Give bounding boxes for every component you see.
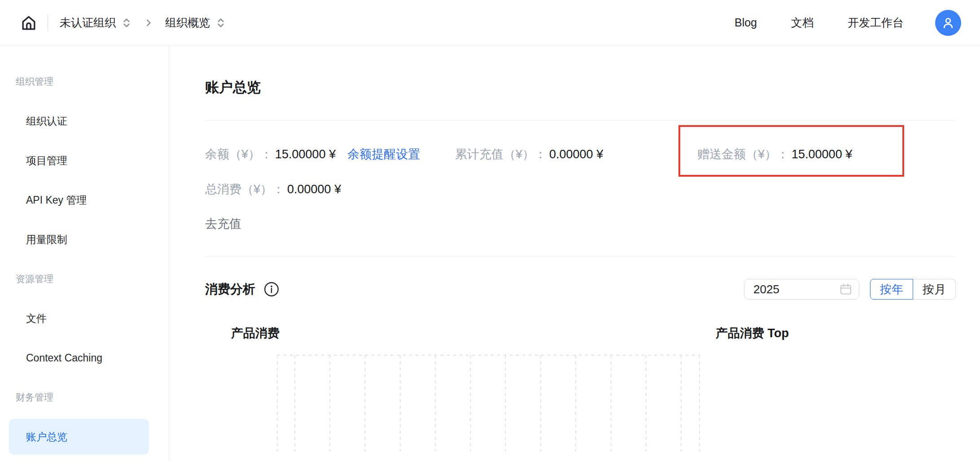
consumption-stat: 总消费（¥）： 0.00000 ¥ [205,180,341,198]
year-picker-input[interactable]: 2025 [744,279,859,300]
calendar-icon [839,283,853,296]
sidebar: 组织管理 组织认证 项目管理 API Key 管理 用量限制 资源管理 文件 C… [0,46,169,461]
sidebar-group-org: 组织管理 [0,75,53,88]
chevron-updown-icon [215,17,226,29]
sidebar-item-api-key[interactable]: API Key 管理 [0,193,169,207]
charts-section: 产品消费 产品消费 Top [205,320,956,432]
sidebar-item-project-mgmt[interactable]: 项目管理 [0,154,169,168]
balance-alert-settings-link[interactable]: 余额提醒设置 [347,146,420,162]
chevron-right-icon [144,18,153,28]
recharge-total-label: 累计充值（¥）： [455,146,547,162]
granularity-toggle: 按年 按月 [870,279,956,300]
info-icon [263,281,280,297]
nav-workbench[interactable]: 开发工作台 [848,15,904,30]
empty-chart-grid [277,355,700,452]
gift-amount-stat: 赠送金额（¥）： 15.00000 ¥ [697,145,852,163]
home-button[interactable] [18,12,39,34]
analysis-title: 消费分析 [205,281,255,298]
by-month-button[interactable]: 按月 [913,279,956,300]
user-icon [941,15,956,30]
account-stats: 余额（¥）： 15.00000 ¥ 余额提醒设置 累计充值（¥）： 0.0000… [205,121,956,257]
product-consumption-chart-title: 产品消费 [231,325,280,341]
balance-stat: 余额（¥）： 15.00000 ¥ 余额提醒设置 [205,145,420,163]
year-picker-value: 2025 [753,283,779,296]
page-selector-label: 组织概览 [165,15,210,30]
home-icon [19,13,39,33]
balance-label: 余额（¥）： [205,146,272,162]
analysis-header: 消费分析 2025 按年 按月 [205,279,956,300]
topbar-nav: Blog 文档 开发工作台 [735,15,904,30]
sidebar-group-resource: 资源管理 [0,273,53,285]
page-selector[interactable]: 组织概览 [165,15,226,30]
nav-blog[interactable]: Blog [735,16,757,29]
main-content: 账户总览 余额（¥）： 15.00000 ¥ 余额提醒设置 累计充值（¥）： 0… [169,46,980,461]
nav-docs[interactable]: 文档 [791,15,814,30]
sidebar-group-finance: 财务管理 [0,391,53,404]
by-year-button[interactable]: 按年 [870,279,913,300]
balance-value: 15.00000 ¥ [275,148,336,161]
topbar-divider [48,15,48,31]
sidebar-item-org-cert[interactable]: 组织认证 [0,114,169,128]
product-consumption-top-chart-title: 产品消费 Top [716,325,789,341]
sidebar-item-account-overview[interactable]: 账户总览 [9,419,149,455]
org-name: 未认证组织 [60,15,116,30]
sidebar-item-context-caching[interactable]: Context Caching [0,352,169,364]
top-bar: 未认证组织 组织概览 Blog 文档 开发工作台 [0,0,980,46]
gift-amount-value: 15.00000 ¥ [792,148,852,161]
page-title: 账户总览 [205,78,956,97]
sidebar-item-usage-limit[interactable]: 用量限制 [0,233,169,247]
gift-amount-label: 赠送金额（¥）： [697,146,789,162]
sidebar-item-files[interactable]: 文件 [0,312,169,326]
breadcrumb-separator [144,18,153,28]
consumption-value: 0.00000 ¥ [287,183,341,196]
org-selector[interactable]: 未认证组织 [60,15,132,30]
consumption-label: 总消费（¥）： [205,181,284,197]
recharge-total-stat: 累计充值（¥）： 0.00000 ¥ [455,145,603,163]
info-button[interactable] [263,281,280,297]
go-recharge-link[interactable]: 去充值 [205,215,241,233]
user-avatar[interactable] [935,10,961,36]
chevron-updown-icon [121,17,132,29]
recharge-total-value: 0.00000 ¥ [549,148,603,161]
